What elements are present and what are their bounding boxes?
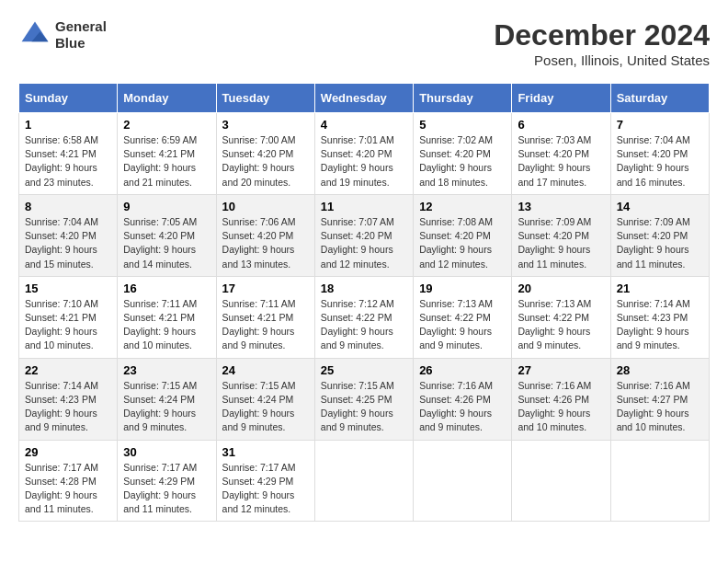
day-info: Sunrise: 7:17 AMSunset: 4:28 PMDaylight:…	[25, 461, 111, 517]
day-info: Sunrise: 7:05 AMSunset: 4:20 PMDaylight:…	[123, 215, 210, 271]
calendar-cell: 3Sunrise: 7:00 AMSunset: 4:20 PMDaylight…	[216, 113, 314, 195]
day-number: 10	[222, 200, 309, 213]
calendar-cell: 29Sunrise: 7:17 AMSunset: 4:28 PMDayligh…	[19, 440, 118, 522]
calendar-subtitle: Posen, Illinois, United States	[494, 52, 710, 68]
day-number: 30	[123, 445, 210, 459]
calendar-cell: 26Sunrise: 7:16 AMSunset: 4:26 PMDayligh…	[414, 358, 512, 440]
day-number: 25	[321, 363, 407, 377]
calendar-cell: 16Sunrise: 7:11 AMSunset: 4:21 PMDayligh…	[118, 276, 216, 358]
page-header: General Blue December 2024 Posen, Illino…	[18, 18, 710, 68]
day-info: Sunrise: 7:04 AMSunset: 4:20 PMDaylight:…	[617, 133, 703, 190]
calendar-cell: 5Sunrise: 7:02 AMSunset: 4:20 PMDaylight…	[414, 113, 512, 195]
day-info: Sunrise: 7:15 AMSunset: 4:24 PMDaylight:…	[123, 379, 210, 435]
calendar-cell: 18Sunrise: 7:12 AMSunset: 4:22 PMDayligh…	[314, 276, 413, 358]
calendar-cell: 2Sunrise: 6:59 AMSunset: 4:21 PMDaylight…	[118, 113, 216, 195]
day-number: 8	[25, 200, 111, 213]
calendar-cell: 31Sunrise: 7:17 AMSunset: 4:29 PMDayligh…	[216, 440, 314, 522]
day-number: 7	[617, 118, 703, 132]
day-number: 21	[617, 282, 703, 295]
day-info: Sunrise: 6:59 AMSunset: 4:21 PMDaylight:…	[123, 133, 210, 190]
title-block: December 2024 Posen, Illinois, United St…	[494, 18, 710, 68]
calendar-cell: 6Sunrise: 7:03 AMSunset: 4:20 PMDaylight…	[512, 113, 610, 195]
calendar-cell: 4Sunrise: 7:01 AMSunset: 4:20 PMDaylight…	[314, 113, 413, 195]
calendar-cell	[610, 440, 709, 522]
calendar-cell: 27Sunrise: 7:16 AMSunset: 4:26 PMDayligh…	[512, 358, 610, 440]
logo-text: General Blue	[55, 18, 107, 52]
calendar-day-header: Thursday	[414, 84, 512, 113]
day-info: Sunrise: 7:15 AMSunset: 4:25 PMDaylight:…	[321, 379, 407, 435]
calendar-day-header: Tuesday	[216, 84, 314, 113]
day-number: 6	[518, 118, 604, 132]
calendar-cell	[414, 440, 512, 522]
day-info: Sunrise: 7:16 AMSunset: 4:27 PMDaylight:…	[617, 379, 703, 435]
calendar-week-row: 15Sunrise: 7:10 AMSunset: 4:21 PMDayligh…	[19, 276, 710, 358]
day-number: 3	[222, 118, 309, 132]
calendar-cell: 13Sunrise: 7:09 AMSunset: 4:20 PMDayligh…	[512, 194, 610, 276]
calendar-cell: 22Sunrise: 7:14 AMSunset: 4:23 PMDayligh…	[19, 358, 118, 440]
day-number: 22	[25, 363, 111, 377]
calendar-cell: 15Sunrise: 7:10 AMSunset: 4:21 PMDayligh…	[19, 276, 118, 358]
day-number: 24	[222, 363, 309, 377]
calendar-day-header: Monday	[118, 84, 216, 113]
calendar-cell: 19Sunrise: 7:13 AMSunset: 4:22 PMDayligh…	[414, 276, 512, 358]
calendar-cell: 24Sunrise: 7:15 AMSunset: 4:24 PMDayligh…	[216, 358, 314, 440]
calendar-cell: 11Sunrise: 7:07 AMSunset: 4:20 PMDayligh…	[314, 194, 413, 276]
calendar-cell: 1Sunrise: 6:58 AMSunset: 4:21 PMDaylight…	[19, 113, 118, 195]
calendar-cell: 7Sunrise: 7:04 AMSunset: 4:20 PMDaylight…	[610, 113, 709, 195]
day-info: Sunrise: 7:01 AMSunset: 4:20 PMDaylight:…	[321, 133, 407, 190]
calendar-cell: 25Sunrise: 7:15 AMSunset: 4:25 PMDayligh…	[314, 358, 413, 440]
day-number: 1	[25, 118, 111, 132]
day-info: Sunrise: 7:16 AMSunset: 4:26 PMDaylight:…	[518, 379, 604, 435]
calendar-cell: 30Sunrise: 7:17 AMSunset: 4:29 PMDayligh…	[118, 440, 216, 522]
day-number: 20	[518, 282, 604, 295]
calendar-cell: 17Sunrise: 7:11 AMSunset: 4:21 PMDayligh…	[216, 276, 314, 358]
day-number: 27	[518, 363, 604, 377]
day-info: Sunrise: 7:14 AMSunset: 4:23 PMDaylight:…	[617, 297, 703, 353]
calendar-cell: 14Sunrise: 7:09 AMSunset: 4:20 PMDayligh…	[610, 194, 709, 276]
calendar-week-row: 8Sunrise: 7:04 AMSunset: 4:20 PMDaylight…	[19, 194, 710, 276]
day-info: Sunrise: 7:13 AMSunset: 4:22 PMDaylight:…	[518, 297, 604, 353]
calendar-cell: 20Sunrise: 7:13 AMSunset: 4:22 PMDayligh…	[512, 276, 610, 358]
day-info: Sunrise: 6:58 AMSunset: 4:21 PMDaylight:…	[25, 133, 111, 190]
calendar-week-row: 29Sunrise: 7:17 AMSunset: 4:28 PMDayligh…	[19, 440, 710, 522]
day-number: 15	[25, 282, 111, 295]
day-info: Sunrise: 7:02 AMSunset: 4:20 PMDaylight:…	[419, 133, 506, 190]
day-number: 29	[25, 445, 111, 459]
day-number: 18	[321, 282, 407, 295]
day-info: Sunrise: 7:17 AMSunset: 4:29 PMDaylight:…	[222, 461, 309, 517]
calendar-week-row: 1Sunrise: 6:58 AMSunset: 4:21 PMDaylight…	[19, 113, 710, 195]
calendar-cell: 12Sunrise: 7:08 AMSunset: 4:20 PMDayligh…	[414, 194, 512, 276]
day-info: Sunrise: 7:10 AMSunset: 4:21 PMDaylight:…	[25, 297, 111, 353]
calendar-cell: 9Sunrise: 7:05 AMSunset: 4:20 PMDaylight…	[118, 194, 216, 276]
day-number: 2	[123, 118, 210, 132]
day-info: Sunrise: 7:14 AMSunset: 4:23 PMDaylight:…	[25, 379, 111, 435]
day-info: Sunrise: 7:11 AMSunset: 4:21 PMDaylight:…	[123, 297, 210, 353]
day-number: 5	[419, 118, 506, 132]
calendar-day-header: Sunday	[19, 84, 118, 113]
calendar-cell	[314, 440, 413, 522]
day-number: 11	[321, 200, 407, 213]
day-info: Sunrise: 7:09 AMSunset: 4:20 PMDaylight:…	[518, 215, 604, 271]
day-info: Sunrise: 7:08 AMSunset: 4:20 PMDaylight:…	[419, 215, 506, 271]
day-info: Sunrise: 7:16 AMSunset: 4:26 PMDaylight:…	[419, 379, 506, 435]
day-info: Sunrise: 7:17 AMSunset: 4:29 PMDaylight:…	[123, 461, 210, 517]
day-info: Sunrise: 7:03 AMSunset: 4:20 PMDaylight:…	[518, 133, 604, 190]
day-info: Sunrise: 7:04 AMSunset: 4:20 PMDaylight:…	[25, 215, 111, 271]
logo-icon	[18, 18, 51, 52]
day-number: 26	[419, 363, 506, 377]
calendar-week-row: 22Sunrise: 7:14 AMSunset: 4:23 PMDayligh…	[19, 358, 710, 440]
day-number: 19	[419, 282, 506, 295]
calendar-cell: 10Sunrise: 7:06 AMSunset: 4:20 PMDayligh…	[216, 194, 314, 276]
calendar-title: December 2024	[494, 18, 710, 52]
day-number: 17	[222, 282, 309, 295]
day-info: Sunrise: 7:06 AMSunset: 4:20 PMDaylight:…	[222, 215, 309, 271]
day-number: 31	[222, 445, 309, 459]
day-number: 13	[518, 200, 604, 213]
day-number: 4	[321, 118, 407, 132]
calendar-cell: 21Sunrise: 7:14 AMSunset: 4:23 PMDayligh…	[610, 276, 709, 358]
day-number: 16	[123, 282, 210, 295]
day-number: 12	[419, 200, 506, 213]
logo: General Blue	[18, 18, 107, 52]
calendar-cell: 28Sunrise: 7:16 AMSunset: 4:27 PMDayligh…	[610, 358, 709, 440]
calendar-day-header: Wednesday	[314, 84, 413, 113]
